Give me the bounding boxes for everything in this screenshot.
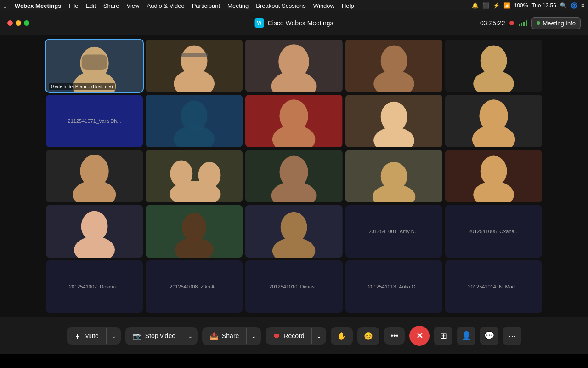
video-tile-6[interactable]: 2112541071_Vara Dh...: [46, 95, 143, 147]
battery-level: 100%: [514, 2, 528, 9]
participant-video-13: [245, 150, 342, 202]
record-button[interactable]: ⏺ Record: [266, 327, 311, 345]
video-tile-1[interactable]: Gede Indra Pram... (Host, me): [46, 40, 143, 92]
layout-button[interactable]: ⊞: [434, 327, 452, 345]
share-chevron[interactable]: ⌄: [246, 328, 261, 344]
share-label: Share: [222, 332, 239, 339]
menu-help[interactable]: Help: [339, 2, 357, 9]
meeting-info-label: Meeting Info: [543, 20, 576, 27]
end-call-icon: ✕: [416, 331, 423, 341]
mute-button[interactable]: 🎙 Mute: [67, 327, 106, 345]
minimize-button[interactable]: [16, 20, 21, 26]
tile-placeholder-21: 2012541007_Dosma...: [67, 282, 122, 291]
wifi-icon[interactable]: 📶: [503, 2, 510, 9]
video-tile-14[interactable]: [345, 150, 442, 202]
toolbar: 🎙 Mute ⌄ 📷 Stop video ⌄ 📤 Share ⌄ ⏺ Reco…: [0, 317, 588, 354]
video-chevron[interactable]: ⌄: [183, 328, 198, 344]
tile-placeholder-23: 2012541010_Dimas...: [267, 282, 321, 291]
clock: Tue 12.56: [531, 2, 556, 9]
video-tile-16[interactable]: [46, 205, 143, 258]
video-tile-7[interactable]: [146, 95, 243, 147]
participant-video-11: [46, 150, 143, 202]
more-toolbar-button[interactable]: ⋯: [503, 327, 521, 345]
reactions-icon: 😊: [364, 332, 373, 340]
close-button[interactable]: [7, 20, 13, 26]
video-tile-13[interactable]: [245, 150, 342, 202]
title-right: 03:25:22 Meeting Info: [480, 17, 581, 29]
video-tile-3[interactable]: [245, 40, 342, 92]
apple-menu[interactable]: : [4, 1, 6, 10]
video-tile-11[interactable]: [46, 150, 143, 202]
title-center: W Cisco Webex Meetings: [255, 18, 334, 28]
video-tile-5[interactable]: [445, 40, 542, 92]
notification-icon[interactable]: 🔔: [472, 2, 479, 9]
chevron-down-icon: ⌄: [111, 333, 116, 339]
app-title: Cisco Webex Meetings: [268, 19, 334, 27]
video-tile-8[interactable]: [245, 95, 342, 147]
participant-video-4: [345, 40, 442, 92]
participant-video-8: [245, 95, 342, 147]
siri-icon[interactable]: 🌀: [571, 2, 577, 9]
menu-file[interactable]: File: [66, 2, 81, 9]
menu-items: Webex Meetings File Edit Share View Audi…: [12, 2, 357, 9]
bluetooth-icon[interactable]: ⚡: [493, 2, 500, 9]
tile-placeholder-22: 2012541008_Zikri A...: [168, 282, 220, 291]
signal-strength: [519, 20, 527, 26]
tile-placeholder-19: 2012541001_Amy N...: [367, 227, 420, 236]
fullscreen-button[interactable]: [24, 20, 29, 26]
video-tile-25[interactable]: 2012541014_Ni Mad...: [445, 260, 542, 313]
video-tile-21[interactable]: 2012541007_Dosma...: [46, 260, 143, 313]
video-tile-10[interactable]: [445, 95, 542, 147]
control-center-icon[interactable]: ≡: [581, 2, 584, 9]
more-icon: •••: [390, 332, 398, 340]
participant-video-3: [245, 40, 342, 92]
video-tile-15[interactable]: [445, 150, 542, 202]
video-grid: Gede Indra Pram... (Host, me): [0, 35, 588, 317]
screen-record-icon: ⬛: [482, 2, 489, 9]
reactions-button[interactable]: 😊: [357, 327, 379, 345]
participant-video-5: [445, 40, 542, 92]
share-button[interactable]: 📤 Share: [202, 327, 246, 345]
participants-button[interactable]: 👤: [457, 327, 475, 345]
participant-video-9: [345, 95, 442, 147]
video-tile-9[interactable]: [345, 95, 442, 147]
more-options-button[interactable]: •••: [384, 327, 405, 345]
chat-icon: 💬: [484, 331, 494, 341]
menu-audio-video[interactable]: Audio & Video: [144, 2, 187, 9]
menubar-right: 🔔 ⬛ ⚡ 📶 100% Tue 12.56 🔍 🌀 ≡: [472, 2, 584, 9]
record-chevron[interactable]: ⌄: [311, 328, 326, 344]
video-tile-2[interactable]: [146, 40, 243, 92]
menu-share[interactable]: Share: [101, 2, 122, 9]
menu-view[interactable]: View: [124, 2, 142, 9]
stop-video-label: Stop video: [145, 332, 175, 339]
end-call-button[interactable]: ✕: [409, 326, 430, 346]
microphone-icon: 🎙: [74, 332, 81, 340]
video-tile-12[interactable]: [146, 150, 243, 202]
video-tile-19[interactable]: 2012541001_Amy N...: [345, 205, 442, 258]
menu-meeting[interactable]: Meeting: [225, 2, 251, 9]
video-tile-22[interactable]: 2012541008_Zikri A...: [146, 260, 243, 313]
meeting-info-button[interactable]: Meeting Info: [531, 17, 581, 29]
tile-placeholder-6: 2112541071_Vara Dh...: [66, 116, 123, 126]
participant-video-10: [445, 95, 542, 147]
menu-participant[interactable]: Participant: [189, 2, 223, 9]
participant-video-15: [445, 150, 542, 202]
participant-video-12: [146, 150, 243, 202]
menu-webex[interactable]: Webex Meetings: [12, 2, 64, 9]
raise-hand-button[interactable]: ✋: [331, 327, 353, 345]
recording-indicator: [509, 21, 514, 25]
stop-video-button[interactable]: 📷 Stop video: [125, 327, 183, 345]
menu-breakout[interactable]: Breakout Sessions: [253, 2, 308, 9]
menu-edit[interactable]: Edit: [83, 2, 98, 9]
video-tile-4[interactable]: [345, 40, 442, 92]
menu-window[interactable]: Window: [311, 2, 337, 9]
mute-label: Mute: [85, 332, 99, 339]
video-tile-17[interactable]: [146, 205, 243, 258]
mute-chevron[interactable]: ⌄: [106, 328, 121, 344]
video-tile-23[interactable]: 2012541010_Dimas...: [245, 260, 342, 313]
chat-button[interactable]: 💬: [480, 327, 498, 345]
search-icon[interactable]: 🔍: [560, 2, 567, 9]
video-tile-20[interactable]: 2012541005_Oxana...: [445, 205, 542, 258]
video-tile-18[interactable]: [245, 205, 342, 258]
video-tile-24[interactable]: 2012541013_Aulia G...: [345, 260, 442, 313]
